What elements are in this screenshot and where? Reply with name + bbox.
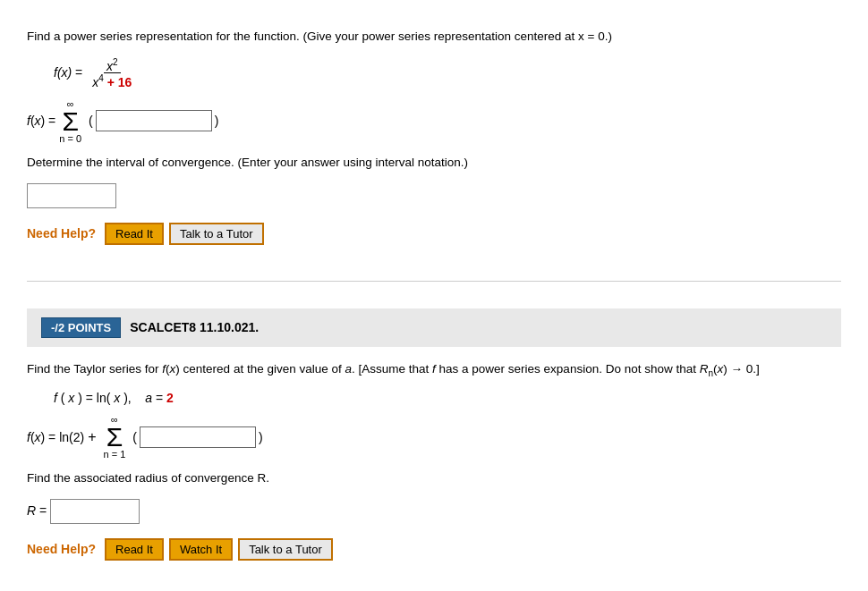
problem1-series-expr: f ( x ) = ∞ Σ n = 0 ( ) bbox=[27, 98, 841, 144]
function-label: f(x) bbox=[54, 64, 72, 79]
problem-id: SCALCET8 11.10.021. bbox=[130, 320, 259, 334]
sigma-2: ∞ Σ n = 1 bbox=[104, 414, 126, 460]
fraction-numerator: x2 bbox=[104, 57, 121, 74]
read-it-button-2[interactable]: Read It bbox=[105, 538, 164, 561]
fraction-denominator: x4 + 16 bbox=[89, 73, 134, 89]
talk-to-tutor-button-1[interactable]: Talk to a Tutor bbox=[169, 223, 264, 245]
problem1-series-input[interactable] bbox=[96, 110, 212, 131]
read-it-button-1[interactable]: Read It bbox=[105, 223, 164, 245]
sigma-1: ∞ Σ n = 0 bbox=[59, 98, 81, 144]
problem2-help-row: Need Help? Read It Watch It Talk to a Tu… bbox=[27, 538, 841, 561]
problem2-function-def: f ( x ) = ln( x ), a = 2 bbox=[54, 391, 841, 405]
problem-2: -/2 POINTS SCALCET8 11.10.021. Find the … bbox=[27, 300, 841, 578]
problem-1: Find a power series representation for t… bbox=[27, 18, 841, 263]
radius-input[interactable] bbox=[50, 499, 140, 524]
talk-to-tutor-button-2[interactable]: Talk to a Tutor bbox=[238, 538, 333, 561]
need-help-label-2: Need Help? bbox=[27, 542, 96, 556]
need-help-label-1: Need Help? bbox=[27, 226, 96, 241]
a-value: 2 bbox=[166, 391, 174, 405]
problem2-header: -/2 POINTS SCALCET8 11.10.021. bbox=[27, 308, 841, 347]
problem1-help-row: Need Help? Read It Talk to a Tutor bbox=[27, 223, 841, 245]
problem2-series-expr: f ( x ) = ln(2) + ∞ Σ n = 1 ( ) bbox=[27, 414, 841, 460]
problem1-instruction: Find a power series representation for t… bbox=[27, 27, 841, 46]
r-label-row: R = bbox=[27, 499, 841, 524]
watch-it-button-2[interactable]: Watch It bbox=[169, 538, 233, 561]
interval-input-container bbox=[27, 183, 841, 208]
radius-instruction: Find the associated radius of convergenc… bbox=[27, 469, 841, 488]
function-fraction: x2 x4 + 16 bbox=[89, 57, 134, 89]
section-divider bbox=[27, 281, 841, 282]
interval-input[interactable] bbox=[27, 183, 116, 208]
convergence-instruction: Determine the interval of convergence. (… bbox=[27, 153, 841, 173]
problem2-instruction: Find the Taylor series for f(x) centered… bbox=[27, 359, 841, 381]
points-badge: -/2 POINTS bbox=[41, 317, 121, 338]
problem2-series-input[interactable] bbox=[140, 426, 256, 448]
problem1-function: f(x) = x2 x4 + 16 bbox=[54, 57, 841, 89]
